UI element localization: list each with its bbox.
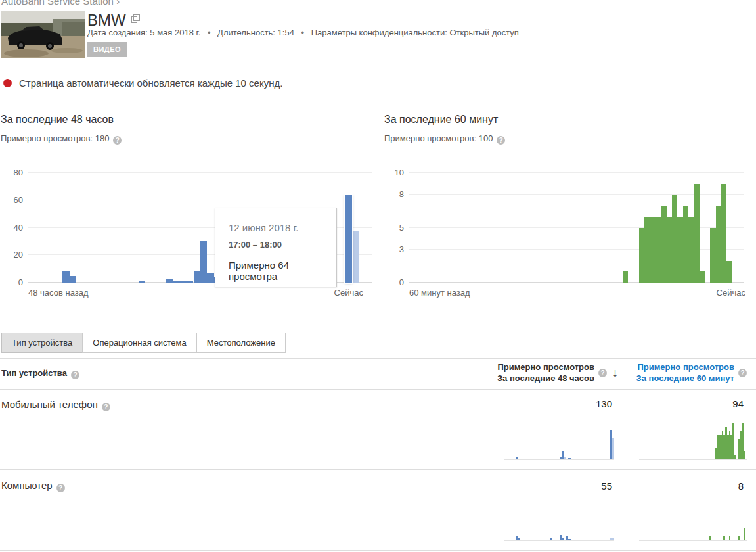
table-row-label-computer: Компьютер? bbox=[1, 480, 65, 492]
y-axis-tick: 40 bbox=[14, 223, 23, 233]
help-icon[interactable]: ? bbox=[497, 136, 505, 145]
chart-bar[interactable] bbox=[516, 457, 518, 459]
page-title: BMW bbox=[87, 9, 140, 30]
cell-computer-views-48h: 55 bbox=[601, 480, 612, 492]
sort-descending-icon[interactable]: ↓ bbox=[612, 367, 618, 379]
chart-48h-yaxis: 020406080 bbox=[2, 173, 23, 283]
chart-bar[interactable] bbox=[166, 279, 173, 283]
tab-device-type[interactable]: Тип устройства bbox=[1, 333, 83, 353]
chart-48h-xend-label: Сейчас bbox=[334, 288, 363, 298]
chart-bar[interactable] bbox=[139, 281, 145, 283]
chart-60m-xstart-label: 60 минут назад bbox=[409, 288, 470, 298]
chart-bar[interactable] bbox=[623, 271, 628, 283]
y-axis-tick: 5 bbox=[399, 223, 404, 233]
sparkline-computer-48h bbox=[504, 511, 614, 541]
section-title-60m: За последние 60 минут bbox=[384, 114, 498, 126]
column-header-views-60m[interactable]: Примерно просмотров За последние 60 мину… bbox=[636, 361, 747, 384]
chart-bar[interactable] bbox=[672, 195, 677, 283]
chart-bar[interactable] bbox=[550, 538, 552, 540]
tab-operating-system[interactable]: Операционная система bbox=[82, 333, 197, 353]
chart-bar[interactable] bbox=[710, 228, 715, 283]
sparkline-mobile-60m bbox=[639, 423, 747, 460]
help-icon[interactable]: ? bbox=[71, 371, 79, 379]
chart-bar[interactable] bbox=[180, 281, 187, 283]
chart-bar[interactable] bbox=[656, 217, 661, 283]
chart-bar[interactable] bbox=[345, 195, 351, 283]
chart-bar[interactable] bbox=[683, 206, 688, 283]
y-axis-tick: 80 bbox=[14, 168, 23, 177]
chart-bar[interactable] bbox=[187, 281, 193, 283]
chart-bar[interactable] bbox=[700, 271, 705, 283]
chart-bar[interactable] bbox=[726, 261, 732, 283]
tooltip-views: Примерно 64 просмотра bbox=[229, 260, 336, 282]
chart-bar[interactable] bbox=[352, 231, 359, 283]
chart-bar[interactable] bbox=[568, 458, 570, 459]
meta-duration: Длительность: 1:54 bbox=[217, 28, 294, 37]
chart-bar[interactable] bbox=[709, 536, 711, 540]
chart-bar[interactable] bbox=[744, 528, 745, 540]
tooltip-time-range: 17:00 – 18:00 bbox=[229, 240, 336, 250]
chart-bar[interactable] bbox=[688, 217, 694, 283]
chart-bar[interactable] bbox=[650, 217, 656, 283]
chart-bar[interactable] bbox=[568, 539, 570, 540]
y-axis-tick: 3 bbox=[399, 244, 404, 254]
table-row-label-mobile: Мобильный телефон? bbox=[1, 399, 110, 411]
chart-bar[interactable] bbox=[70, 276, 76, 283]
chart-bar[interactable] bbox=[564, 457, 566, 459]
sparkline-computer-60m bbox=[639, 504, 747, 541]
chart-bar[interactable] bbox=[200, 241, 207, 283]
chart-bar[interactable] bbox=[738, 536, 740, 540]
y-axis-tick: 0 bbox=[18, 277, 23, 287]
dimension-tabs: Тип устройства Операционная система Мест… bbox=[1, 333, 286, 353]
help-icon[interactable]: ? bbox=[102, 403, 110, 411]
chart-bar[interactable] bbox=[62, 271, 69, 283]
cell-computer-views-60m: 8 bbox=[738, 480, 744, 492]
chart-bar[interactable] bbox=[639, 228, 644, 283]
chart-bar[interactable] bbox=[518, 538, 520, 540]
chart-bar[interactable] bbox=[694, 184, 699, 283]
meta-separator: • bbox=[208, 28, 211, 37]
divider bbox=[0, 550, 756, 551]
help-icon[interactable]: ? bbox=[56, 484, 65, 492]
section-subtitle-60m: Примерно просмотров: 100? bbox=[384, 133, 505, 145]
chart-bar[interactable] bbox=[732, 423, 734, 459]
chart-bar[interactable] bbox=[612, 438, 614, 459]
chart-bar[interactable] bbox=[744, 451, 745, 459]
chart-bar[interactable] bbox=[612, 538, 614, 540]
open-watch-page-icon[interactable] bbox=[131, 9, 140, 27]
help-icon[interactable]: ? bbox=[598, 369, 607, 377]
chart-bar[interactable] bbox=[173, 281, 179, 283]
cell-mobile-views-60m: 94 bbox=[732, 398, 744, 409]
y-axis-tick: 20 bbox=[14, 250, 23, 260]
chart-bar[interactable] bbox=[667, 217, 672, 283]
help-icon[interactable]: ? bbox=[113, 136, 122, 145]
chart-48h-xstart-label: 48 часов назад bbox=[28, 288, 89, 298]
chart-bar[interactable] bbox=[734, 455, 736, 459]
divider bbox=[0, 389, 756, 390]
meta-privacy: Параметры конфиденциальности: Открытый д… bbox=[311, 28, 519, 37]
video-thumbnail[interactable] bbox=[1, 11, 85, 58]
chart-bar[interactable] bbox=[644, 217, 650, 283]
chart-bar[interactable] bbox=[677, 217, 682, 283]
chart-bar[interactable] bbox=[723, 536, 725, 540]
chart-60m-yaxis: 035810 bbox=[383, 173, 404, 283]
breadcrumb-channel-link[interactable]: AutoBahn Service Station bbox=[1, 0, 114, 7]
chart-bar[interactable] bbox=[716, 206, 721, 283]
chart-bar[interactable] bbox=[541, 540, 543, 540]
chart-bar[interactable] bbox=[721, 184, 726, 283]
section-subtitle-48h: Примерно просмотров: 180? bbox=[1, 133, 122, 145]
chart-bar[interactable] bbox=[207, 273, 213, 283]
chart-bar[interactable] bbox=[661, 206, 666, 283]
chart-bar[interactable] bbox=[729, 536, 731, 540]
tab-location[interactable]: Местоположение bbox=[196, 333, 286, 353]
column-header-views-48h[interactable]: Примерно просмотров За последние 48 часо… bbox=[497, 361, 618, 384]
chart-bar[interactable] bbox=[194, 271, 200, 283]
video-title-text: BMW bbox=[87, 11, 126, 29]
column-header-device-type: Тип устройства? bbox=[1, 368, 79, 379]
chart-60m-xend-label: Сейчас bbox=[717, 288, 745, 298]
breadcrumb[interactable]: AutoBahn Service Station › bbox=[1, 0, 120, 7]
chart-tooltip: 12 июня 2018 г. 17:00 – 18:00 Примерно 6… bbox=[215, 208, 337, 287]
help-icon[interactable]: ? bbox=[738, 369, 747, 377]
y-axis-tick: 0 bbox=[399, 277, 404, 287]
chart-bar[interactable] bbox=[562, 538, 564, 540]
